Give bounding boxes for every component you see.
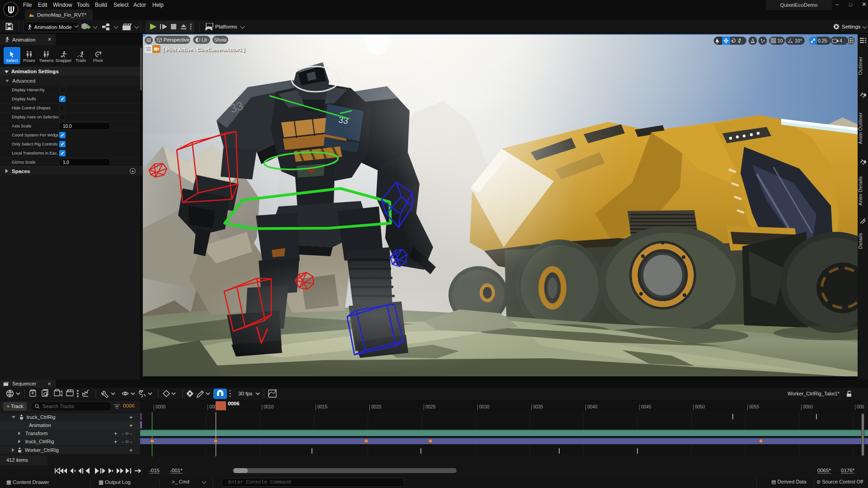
svg-text:10°: 10°	[795, 38, 802, 43]
svg-text:30 fps: 30 fps	[238, 391, 253, 396]
svg-text:0.25: 0.25	[818, 38, 827, 43]
svg-text:10: 10	[778, 38, 783, 43]
svg-text:4: 4	[840, 38, 842, 43]
